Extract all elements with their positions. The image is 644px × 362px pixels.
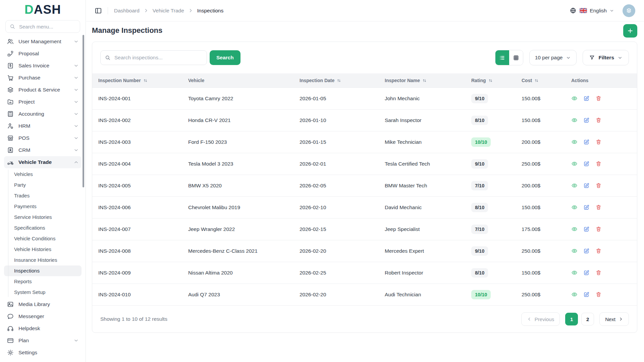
- delete-button[interactable]: [595, 117, 602, 123]
- sidebar-subitem-insurance-histories[interactable]: Insurance Histories: [4, 255, 82, 265]
- sidebar-item-messenger[interactable]: Messenger: [4, 310, 82, 322]
- delete-button[interactable]: [595, 269, 602, 276]
- view-button[interactable]: [571, 248, 578, 254]
- delete-button[interactable]: [595, 248, 602, 254]
- delete-button[interactable]: [595, 95, 602, 102]
- edit-button[interactable]: [583, 182, 590, 189]
- cell-cost: 150.00$: [522, 262, 571, 284]
- inspections-search-input[interactable]: [114, 54, 203, 61]
- view-button[interactable]: [571, 291, 578, 298]
- delete-button[interactable]: [595, 182, 602, 189]
- chevron-down-icon: [566, 55, 571, 60]
- edit-button[interactable]: [583, 95, 590, 102]
- cell-inspection-number: INS-2024-005: [92, 175, 188, 196]
- sidebar-search-input[interactable]: [18, 23, 76, 30]
- breadcrumb-vehicle-trade[interactable]: Vehicle Trade: [153, 8, 184, 14]
- edit-button[interactable]: [583, 139, 590, 145]
- sidebar-item-settings[interactable]: Settings: [4, 347, 82, 359]
- sidebar-item-pos[interactable]: POS: [4, 132, 82, 144]
- sidebar-subitem-party[interactable]: Party: [4, 180, 82, 190]
- sidebar-item-plan[interactable]: Plan: [4, 335, 82, 347]
- view-button[interactable]: [571, 204, 578, 210]
- avatar[interactable]: [623, 4, 635, 17]
- list-view-button[interactable]: [495, 50, 509, 65]
- next-button[interactable]: Next: [599, 312, 629, 326]
- sidebar-item-user-management[interactable]: User Management: [4, 36, 82, 48]
- sidebar-subitem-payments[interactable]: Payments: [4, 201, 82, 212]
- per-page-select[interactable]: 10 per page: [529, 50, 577, 65]
- sidebar-subitem-service-histories[interactable]: Service Histories: [4, 212, 82, 223]
- edit-button[interactable]: [583, 269, 590, 276]
- filters-button[interactable]: Filters: [583, 50, 629, 65]
- grid-icon: [513, 55, 519, 61]
- view-button[interactable]: [571, 226, 578, 232]
- sidebar-item-purchase[interactable]: Purchase: [4, 72, 82, 84]
- edit-button[interactable]: [583, 248, 590, 254]
- edit-button[interactable]: [583, 117, 590, 123]
- sidebar-subitem-vehicle-histories[interactable]: Vehicle Histories: [4, 244, 82, 255]
- column-header-inspection-number[interactable]: Inspection Number: [92, 73, 188, 87]
- delete-button[interactable]: [595, 226, 602, 232]
- table-row: INS-2024-001Toyota Camry 20222026-01-05J…: [92, 87, 637, 109]
- grid-view-button[interactable]: [509, 50, 523, 65]
- edit-button[interactable]: [583, 161, 590, 167]
- invoice-icon: [7, 62, 14, 69]
- sidebar-item-hrm[interactable]: HRM: [4, 120, 82, 132]
- sidebar-toggle-icon[interactable]: [94, 7, 102, 15]
- view-button[interactable]: [571, 269, 578, 276]
- cell-inspector-name: John Mechanic: [385, 87, 471, 109]
- app-logo[interactable]: DASH: [0, 0, 86, 19]
- cell-inspection-number: INS-2024-002: [92, 109, 188, 131]
- column-header-inspection-date[interactable]: Inspection Date: [300, 73, 385, 87]
- column-header-cost[interactable]: Cost: [522, 73, 571, 87]
- sidebar-item-accounting[interactable]: Accounting: [4, 108, 82, 120]
- edit-button[interactable]: [583, 291, 590, 298]
- sidebar-subitem-specifications[interactable]: Specifications: [4, 223, 82, 233]
- view-button[interactable]: [571, 182, 578, 189]
- view-button[interactable]: [571, 117, 578, 123]
- sidebar-item-product-and-service[interactable]: Product & Service: [4, 84, 82, 96]
- sidebar-item-sales-invoice[interactable]: Sales Invoice: [4, 60, 82, 72]
- sidebar-item-media-library[interactable]: Media Library: [4, 298, 82, 310]
- sidebar-item-vehicle-trade[interactable]: Vehicle Trade: [4, 156, 82, 168]
- view-button[interactable]: [571, 95, 578, 102]
- sidebar-item-label: User Management: [18, 39, 61, 45]
- delete-button[interactable]: [595, 204, 602, 210]
- sidebar-subitem-vehicles[interactable]: Vehicles: [4, 169, 82, 180]
- sidebar-item-project[interactable]: Project: [4, 96, 82, 108]
- cell-inspector-name: Sarah Inspector: [385, 109, 471, 131]
- cell-actions: [571, 218, 637, 240]
- view-button[interactable]: [571, 161, 578, 167]
- search-button[interactable]: Search: [210, 50, 240, 65]
- sidebar-item-crm[interactable]: CRM: [4, 144, 82, 156]
- column-header-inspector-name[interactable]: Inspector Name: [385, 73, 471, 87]
- sort-icon: [534, 78, 539, 83]
- chevron-down-icon: [73, 135, 79, 141]
- sidebar-subitem-vehicle-conditions[interactable]: Vehicle Conditions: [4, 233, 82, 244]
- previous-button[interactable]: Previous: [521, 312, 560, 326]
- sidebar-scrollbar[interactable]: [83, 35, 84, 187]
- sidebar-subitem-system-setup[interactable]: System Setup: [4, 287, 82, 298]
- sidebar-item-label: HRM: [18, 123, 30, 129]
- view-button[interactable]: [571, 139, 578, 145]
- rating-badge: 9/10: [471, 159, 488, 169]
- sidebar-subitem-inspections[interactable]: Inspections: [4, 265, 82, 276]
- cell-cost: 250.00$: [522, 284, 571, 305]
- column-header-rating[interactable]: Rating: [471, 73, 522, 87]
- sidebar-subitem-reports[interactable]: Reports: [4, 276, 82, 287]
- breadcrumb-dashboard[interactable]: Dashboard: [114, 8, 140, 14]
- delete-button[interactable]: [595, 161, 602, 167]
- language-selector[interactable]: English: [580, 8, 614, 14]
- globe-icon[interactable]: [570, 7, 577, 14]
- sidebar-subitem-trades[interactable]: Trades: [4, 190, 82, 201]
- sidebar-item-proposal[interactable]: Proposal: [4, 48, 82, 60]
- delete-button[interactable]: [595, 291, 602, 298]
- edit-button[interactable]: [583, 204, 590, 210]
- add-inspection-button[interactable]: [623, 24, 637, 38]
- page-button-1[interactable]: 1: [565, 313, 578, 325]
- cell-inspection-number: INS-2024-008: [92, 240, 188, 262]
- page-button-2[interactable]: 2: [581, 313, 594, 325]
- edit-button[interactable]: [583, 226, 590, 232]
- sidebar-item-helpdesk[interactable]: Helpdesk: [4, 322, 82, 335]
- delete-button[interactable]: [595, 139, 602, 145]
